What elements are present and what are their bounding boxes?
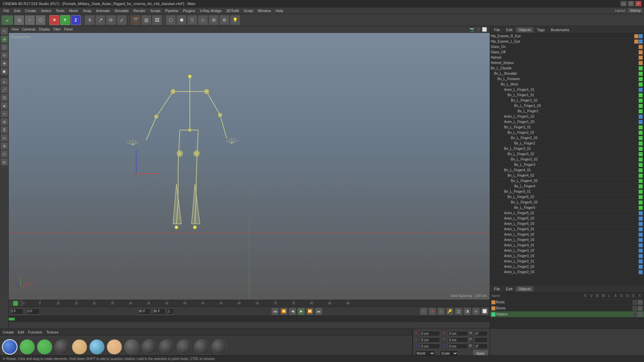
object-list-item[interactable]: Anim_L_Finger1_01 [490,87,644,93]
object-list-item[interactable]: Anim_L_Finger3_01 [490,243,644,248]
object-list-item[interactable]: Be_L_Finger4 [490,184,644,189]
boots-icon-1[interactable] [633,300,637,305]
object-list-item[interactable]: Be_L_Finger2 [490,141,644,146]
menu-animate[interactable]: Animate [94,8,112,13]
play-reverse-btn[interactable]: ◀ [289,308,296,315]
menu-vray[interactable]: V-Ray Bridge [198,8,224,13]
helpers-icon-1[interactable] [633,312,637,317]
prev-keyframe-btn[interactable]: ⏪ [280,308,287,315]
menu-script[interactable]: Script [241,8,255,13]
point-btn[interactable]: ◇ [198,15,208,25]
object-list-item[interactable]: Helmet_Stripes [490,60,644,66]
menu-plugins[interactable]: Plugins [181,8,197,13]
name-row-bones[interactable]: Bones [490,305,644,311]
menu-pipeline[interactable]: Pipeline [163,8,180,13]
materials-texture-btn[interactable]: Texture [46,330,58,334]
rotate-x-btn[interactable]: ✕ [49,15,59,25]
add-keyframe-btn[interactable]: + [420,308,427,315]
mode-btn-4[interactable]: ⬡ [36,15,46,25]
sidebar-btn-5[interactable]: ✤ [1,60,8,67]
menu-simulate[interactable]: Simulate [112,8,131,13]
object-list-item[interactable]: Bn_L_Finger5_03 [490,200,644,205]
object-list[interactable]: Hip_Expose_R_EyeHip_Expose_L_EyeGlass_On… [490,34,644,285]
menu-window[interactable]: Window [256,8,273,13]
bones-icon-2[interactable] [638,306,643,311]
coord-p-input[interactable] [474,337,488,343]
object-list-item[interactable]: Be_L_Finger1 [490,109,644,114]
object-list-item[interactable]: Bn_L_Finger1_03 [490,103,644,109]
object-list-item[interactable]: Bn_L_Shoulder [490,71,644,76]
object-list-item[interactable]: Bn_L_Finger2_02 [490,130,644,135]
viewport-menu-filter[interactable]: Filter [52,27,62,32]
object-list-item[interactable]: Bn_L_Finger2_03 [490,135,644,141]
viewport-menu-panel[interactable]: Panel [63,27,74,32]
materials-function-btn[interactable]: Function [28,330,42,334]
menu-edit[interactable]: Edit [12,8,22,13]
menu-create[interactable]: Create [23,8,38,13]
tab-file[interactable]: File [491,27,503,33]
boots-icon-2[interactable] [638,300,643,305]
menu-file[interactable]: File [1,8,11,13]
object-list-item[interactable]: Anim_L_Finger4_02 [490,232,644,237]
render-to-po-btn[interactable]: 🖼 [152,15,162,25]
tab-objects[interactable]: Objects [516,27,534,33]
sidebar-btn-15[interactable]: ⊕ [1,142,8,149]
object-list-item[interactable]: Bn_L_Finger5_01 [490,189,644,194]
auto-key-btn[interactable]: ⚠ [437,308,445,315]
object-list-item[interactable]: Anim_L_Finger3_02 [490,248,644,253]
coord-z-pos-input[interactable] [420,344,440,349]
timeline-track[interactable]: 0 5 10 15 20 25 30 [22,300,490,306]
menu-tools[interactable]: Tools [54,8,66,13]
sidebar-btn-17[interactable]: ◎ [1,158,8,166]
sidebar-btn-8[interactable]: ╱ [1,86,8,93]
object-list-item[interactable]: Hip_Expose_L_Eye [490,39,644,44]
object-list-item[interactable]: Anim_L_Finger1_03 [490,119,644,125]
tool-3[interactable]: ⟳ [106,15,116,25]
object-list-item[interactable]: Anim_L_Finger5_03 [490,221,644,227]
rotate-z-btn[interactable]: Z [71,15,81,25]
object-list-item[interactable]: Anim_L_Finger2_02 [490,264,644,269]
mode-btn-1[interactable]: ↙ [1,15,13,25]
coord-h-input[interactable] [474,331,488,336]
bones-icon-1[interactable] [633,306,637,311]
name-tab-objects[interactable]: Objects [516,286,534,292]
object-list-item[interactable]: Bn_L_Finger5_02 [490,194,644,200]
edge-btn[interactable]: ▽ [187,15,197,25]
object-list-item[interactable]: Bn_L_Finger1_02 [490,98,644,103]
sidebar-btn-14[interactable]: ∞ [1,134,8,141]
helpers-icon-2[interactable] [638,312,643,317]
name-tab-edit[interactable]: Edit [503,286,515,292]
coord-z-size-input[interactable] [448,344,468,349]
next-keyframe-btn[interactable]: ⏩ [306,308,314,315]
coord-x-pos-input[interactable] [420,331,440,336]
coord-y-pos-input[interactable] [420,337,440,343]
object-list-item[interactable]: Glass_On [490,44,644,50]
materials-edit-btn[interactable]: Edit [18,330,24,334]
key-settings-btn[interactable]: 🔑 [446,308,453,315]
object-list-item[interactable]: Helmet [490,55,644,60]
goto-end-btn[interactable]: ⏭ [315,308,322,315]
tab-tags[interactable]: Tags [534,27,547,33]
render-btn[interactable]: 🎬 [130,15,141,25]
object-list-item[interactable]: Bn_L_Finger3_03 [490,157,644,162]
object-list-item[interactable]: Bn_L_Finger3_02 [490,152,644,157]
object-list-item[interactable]: Be_L_Finger5 [490,205,644,210]
sidebar-btn-9[interactable]: ⊡ [1,94,8,101]
live-select-btn[interactable]: ⚙ [219,15,229,25]
loop-btn[interactable]: ⊞ [209,15,219,25]
expand-btn[interactable]: ⬜ [481,308,488,315]
object-list-item[interactable]: Bn_L_Finger2_01 [490,125,644,130]
sidebar-btn-scale[interactable]: ⬡ [1,44,8,51]
tool-2[interactable]: ↗ [95,15,105,25]
object-list-item[interactable]: Anim_L_Finger4_03 [490,237,644,243]
render-region-btn[interactable]: ▥ [141,15,151,25]
menu-snap[interactable]: Snap [81,8,94,13]
object-list-item[interactable]: Be_L_Finger3 [490,162,644,168]
menu-mesh[interactable]: Mesh [67,8,80,13]
menu-help[interactable]: Help [274,8,285,13]
viewport-menu-view[interactable]: View [10,27,20,32]
coord-b-input[interactable] [474,344,488,349]
tool-1[interactable]: 🖱 [85,15,95,25]
object-list-item[interactable]: Glass_Off [490,50,644,55]
fps-input[interactable] [152,308,166,314]
